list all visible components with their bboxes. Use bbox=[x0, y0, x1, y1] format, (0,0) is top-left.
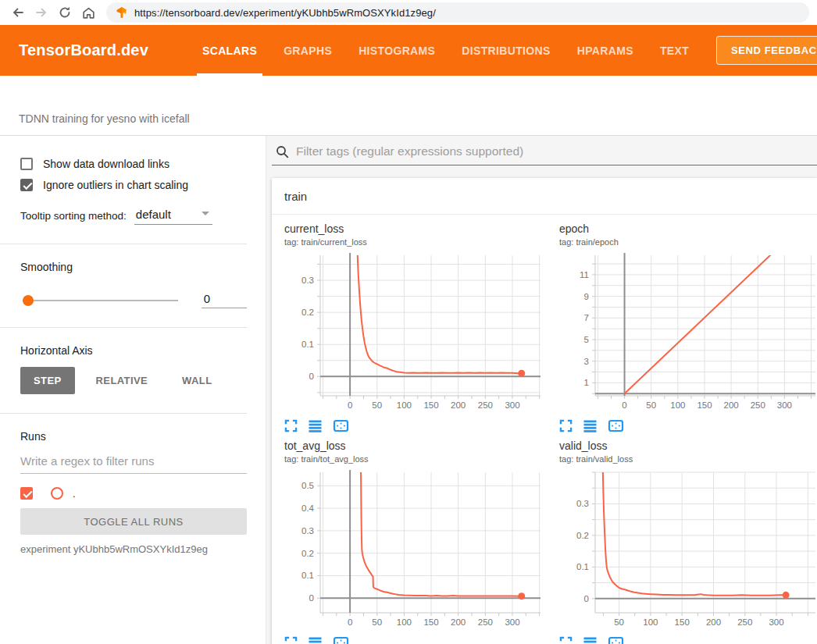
svg-text:0.3: 0.3 bbox=[301, 276, 314, 285]
svg-text:1: 1 bbox=[584, 378, 589, 387]
divider bbox=[0, 413, 247, 414]
svg-text:150: 150 bbox=[423, 617, 438, 627]
tag-filter-input[interactable]: Filter tags (regular expressions support… bbox=[296, 144, 523, 158]
reload-icon[interactable] bbox=[55, 2, 75, 23]
tab-scalars[interactable]: SCALARS bbox=[189, 25, 270, 76]
runs-label: Runs bbox=[20, 430, 247, 443]
svg-text:50: 50 bbox=[372, 400, 382, 410]
tab-graphs[interactable]: GRAPHS bbox=[270, 25, 345, 76]
svg-text:0: 0 bbox=[348, 400, 352, 410]
chart-actions bbox=[559, 635, 809, 644]
chart-card-valid_loss: valid_loss tag: train/valid_loss 5010015… bbox=[547, 438, 817, 644]
chart-card-current_loss: current_loss tag: train/current_loss 050… bbox=[272, 221, 547, 438]
tooltip-sorting-dropdown[interactable]: default bbox=[134, 208, 212, 225]
run-list-item[interactable]: . bbox=[20, 487, 247, 500]
app-logo[interactable]: TensorBoard.dev bbox=[19, 41, 148, 59]
svg-text:250: 250 bbox=[478, 617, 493, 627]
divider bbox=[0, 244, 247, 244]
svg-text:0.5: 0.5 bbox=[301, 481, 314, 490]
svg-text:200: 200 bbox=[724, 400, 739, 410]
svg-text:0.3: 0.3 bbox=[576, 499, 589, 508]
line-chart[interactable]: 5010015020025030000.10.20.3 bbox=[559, 469, 817, 630]
url-text: https://tensorboard.dev/experiment/yKUbh… bbox=[134, 7, 436, 19]
smoothing-value-input[interactable]: 0 bbox=[202, 292, 247, 308]
checkbox-checked-icon[interactable] bbox=[20, 179, 33, 191]
runs-filter-input[interactable]: Write a regex to filter runs bbox=[20, 454, 247, 474]
axis-wall-button[interactable]: WALL bbox=[169, 367, 225, 394]
run-color-swatch-icon bbox=[51, 487, 63, 500]
svg-text:0.1: 0.1 bbox=[301, 340, 314, 349]
forward-icon[interactable] bbox=[31, 2, 52, 23]
run-checkbox-icon[interactable] bbox=[20, 487, 33, 500]
fit-domain-icon[interactable] bbox=[608, 419, 624, 432]
slider-thumb[interactable] bbox=[23, 295, 34, 306]
svg-text:50: 50 bbox=[372, 617, 382, 627]
chart-tag: tag: train/epoch bbox=[559, 237, 809, 249]
experiment-title: TDNN training for yesno with icefall bbox=[19, 112, 190, 125]
tensorboard-favicon-icon bbox=[116, 6, 128, 19]
svg-text:0.4: 0.4 bbox=[301, 503, 315, 513]
line-chart[interactable]: 0501001502002503001357911 bbox=[559, 252, 817, 413]
axis-relative-button[interactable]: RELATIVE bbox=[83, 367, 162, 394]
svg-text:0: 0 bbox=[622, 400, 626, 410]
tab-hparams[interactable]: HPARAMS bbox=[564, 25, 647, 76]
expand-chart-icon[interactable] bbox=[284, 636, 298, 644]
expand-chart-icon[interactable] bbox=[559, 419, 573, 432]
browser-toolbar: https://tensorboard.dev/experiment/yKUbh… bbox=[0, 0, 817, 25]
svg-text:0.2: 0.2 bbox=[301, 308, 314, 317]
svg-text:100: 100 bbox=[643, 617, 658, 627]
runs-selector-icon[interactable] bbox=[308, 419, 323, 432]
svg-text:0: 0 bbox=[309, 372, 314, 381]
tag-filter-row[interactable]: Filter tags (regular expressions support… bbox=[272, 144, 817, 165]
svg-text:300: 300 bbox=[505, 400, 519, 410]
svg-text:300: 300 bbox=[505, 617, 519, 627]
chart-tag: tag: train/current_loss bbox=[284, 237, 534, 249]
horizontal-axis-toggle-group: STEP RELATIVE WALL bbox=[20, 367, 247, 394]
expand-chart-icon[interactable] bbox=[284, 419, 298, 432]
svg-text:300: 300 bbox=[769, 617, 783, 627]
settings-sidebar: Show data download links Ignore outliers… bbox=[0, 136, 266, 644]
runs-selector-icon[interactable] bbox=[583, 419, 598, 432]
svg-text:150: 150 bbox=[423, 400, 438, 410]
svg-text:0: 0 bbox=[309, 593, 314, 603]
fit-domain-icon[interactable] bbox=[333, 419, 349, 432]
toggle-all-runs-button[interactable]: TOGGLE ALL RUNS bbox=[20, 508, 247, 535]
charts-grid: current_loss tag: train/current_loss 050… bbox=[272, 215, 817, 644]
checkbox-unchecked-icon[interactable] bbox=[20, 158, 33, 170]
tab-text[interactable]: TEXT bbox=[647, 25, 702, 76]
svg-text:100: 100 bbox=[670, 400, 685, 410]
tooltip-sorting-label: Tooltip sorting method: bbox=[20, 210, 127, 225]
back-icon[interactable] bbox=[8, 2, 28, 23]
section-header-train[interactable]: train bbox=[272, 178, 817, 215]
url-bar[interactable]: https://tensorboard.dev/experiment/yKUbh… bbox=[106, 2, 809, 23]
chart-title: valid_loss bbox=[559, 438, 809, 454]
line-chart[interactable]: 05010015020025030000.10.20.30.40.5 bbox=[284, 469, 542, 630]
svg-text:5: 5 bbox=[584, 335, 589, 344]
tab-histograms[interactable]: HISTOGRAMS bbox=[345, 25, 448, 76]
svg-text:250: 250 bbox=[751, 400, 765, 410]
smoothing-slider[interactable] bbox=[23, 300, 178, 301]
runs-selector-icon[interactable] bbox=[583, 636, 598, 644]
show-download-links-checkbox-row[interactable]: Show data download links bbox=[20, 158, 247, 170]
svg-text:200: 200 bbox=[451, 617, 466, 627]
chart-title: epoch bbox=[559, 221, 809, 237]
svg-text:50: 50 bbox=[614, 617, 624, 627]
tab-distributions[interactable]: DISTRIBUTIONS bbox=[448, 25, 563, 76]
fit-domain-icon[interactable] bbox=[333, 636, 349, 644]
axis-step-button[interactable]: STEP bbox=[20, 367, 75, 394]
chart-actions bbox=[284, 635, 534, 644]
chart-card-epoch: epoch tag: train/epoch 05010015020025030… bbox=[547, 221, 817, 438]
send-feedback-button[interactable]: SEND FEEDBACK bbox=[716, 36, 817, 65]
svg-text:0.1: 0.1 bbox=[576, 562, 589, 571]
home-icon[interactable] bbox=[78, 2, 98, 23]
runs-selector-icon[interactable] bbox=[308, 636, 323, 644]
svg-text:150: 150 bbox=[697, 400, 712, 410]
line-chart[interactable]: 05010015020025030000.10.20.3 bbox=[284, 252, 542, 413]
show-download-links-label: Show data download links bbox=[43, 158, 169, 170]
nav-tabs: SCALARS GRAPHS HISTOGRAMS DISTRIBUTIONS … bbox=[189, 25, 702, 76]
svg-text:200: 200 bbox=[451, 400, 466, 410]
expand-chart-icon[interactable] bbox=[559, 636, 573, 644]
ignore-outliers-checkbox-row[interactable]: Ignore outliers in chart scaling bbox=[20, 179, 247, 191]
tooltip-sorting-value: default bbox=[136, 208, 171, 221]
fit-domain-icon[interactable] bbox=[608, 636, 624, 644]
